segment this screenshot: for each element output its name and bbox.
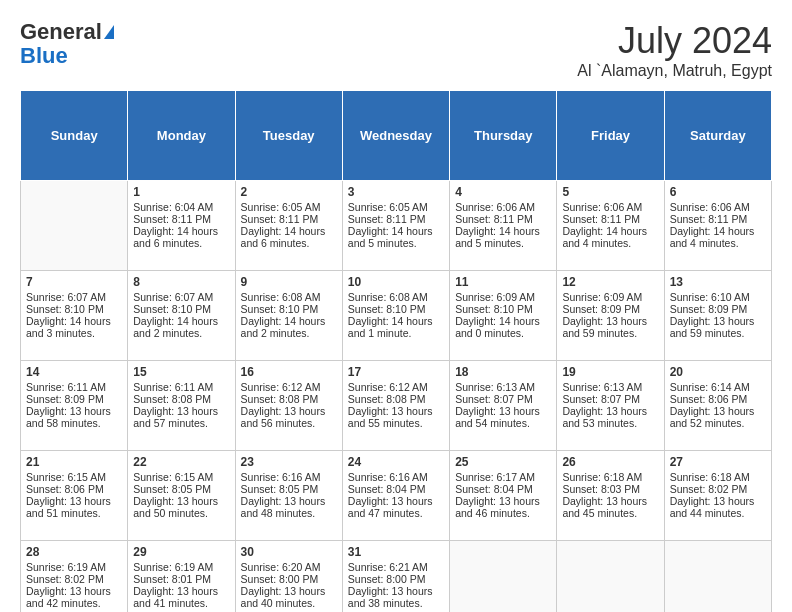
day-number: 16 bbox=[241, 365, 337, 379]
day-info-line: and 59 minutes. bbox=[562, 327, 658, 339]
day-info-line: Sunrise: 6:06 AM bbox=[455, 201, 551, 213]
calendar-body: 1Sunrise: 6:04 AMSunset: 8:11 PMDaylight… bbox=[21, 181, 772, 613]
day-info-line: Daylight: 13 hours bbox=[455, 405, 551, 417]
week-row-2: 7Sunrise: 6:07 AMSunset: 8:10 PMDaylight… bbox=[21, 271, 772, 361]
day-number: 13 bbox=[670, 275, 766, 289]
day-number: 9 bbox=[241, 275, 337, 289]
day-info-line: Sunrise: 6:07 AM bbox=[133, 291, 229, 303]
calendar-cell: 17Sunrise: 6:12 AMSunset: 8:08 PMDayligh… bbox=[342, 361, 449, 451]
day-number: 31 bbox=[348, 545, 444, 559]
day-info-line: Sunset: 8:11 PM bbox=[562, 213, 658, 225]
day-info-line: Daylight: 14 hours bbox=[133, 225, 229, 237]
day-info-line: Sunrise: 6:08 AM bbox=[348, 291, 444, 303]
day-number: 12 bbox=[562, 275, 658, 289]
day-number: 24 bbox=[348, 455, 444, 469]
day-number: 2 bbox=[241, 185, 337, 199]
day-info-line: Sunrise: 6:11 AM bbox=[26, 381, 122, 393]
day-number: 7 bbox=[26, 275, 122, 289]
day-info-line: and 56 minutes. bbox=[241, 417, 337, 429]
day-header-monday: Monday bbox=[128, 91, 235, 181]
day-info-line: Daylight: 14 hours bbox=[562, 225, 658, 237]
week-row-1: 1Sunrise: 6:04 AMSunset: 8:11 PMDaylight… bbox=[21, 181, 772, 271]
logo-blue: Blue bbox=[20, 44, 114, 68]
day-info-line: and 42 minutes. bbox=[26, 597, 122, 609]
day-header-tuesday: Tuesday bbox=[235, 91, 342, 181]
day-info-line: Sunset: 8:11 PM bbox=[241, 213, 337, 225]
day-info-line: Daylight: 13 hours bbox=[241, 495, 337, 507]
logo-general: General bbox=[20, 20, 102, 44]
day-info-line: Sunset: 8:02 PM bbox=[26, 573, 122, 585]
day-info-line: Sunrise: 6:19 AM bbox=[26, 561, 122, 573]
week-row-5: 28Sunrise: 6:19 AMSunset: 8:02 PMDayligh… bbox=[21, 541, 772, 613]
day-number: 25 bbox=[455, 455, 551, 469]
day-number: 8 bbox=[133, 275, 229, 289]
day-number: 26 bbox=[562, 455, 658, 469]
day-info-line: Daylight: 14 hours bbox=[241, 315, 337, 327]
day-info-line: Daylight: 13 hours bbox=[241, 585, 337, 597]
day-info-line: and 46 minutes. bbox=[455, 507, 551, 519]
day-info-line: and 48 minutes. bbox=[241, 507, 337, 519]
day-number: 1 bbox=[133, 185, 229, 199]
day-number: 28 bbox=[26, 545, 122, 559]
calendar-table: SundayMondayTuesdayWednesdayThursdayFrid… bbox=[20, 90, 772, 612]
calendar-cell: 29Sunrise: 6:19 AMSunset: 8:01 PMDayligh… bbox=[128, 541, 235, 613]
day-info-line: and 4 minutes. bbox=[670, 237, 766, 249]
week-row-3: 14Sunrise: 6:11 AMSunset: 8:09 PMDayligh… bbox=[21, 361, 772, 451]
day-info-line: Sunset: 8:01 PM bbox=[133, 573, 229, 585]
day-info-line: and 57 minutes. bbox=[133, 417, 229, 429]
day-info-line: Daylight: 13 hours bbox=[670, 405, 766, 417]
day-info-line: Sunset: 8:10 PM bbox=[348, 303, 444, 315]
day-number: 11 bbox=[455, 275, 551, 289]
day-info-line: Sunrise: 6:05 AM bbox=[241, 201, 337, 213]
day-info-line: Daylight: 13 hours bbox=[26, 585, 122, 597]
day-info-line: Sunset: 8:09 PM bbox=[562, 303, 658, 315]
day-info-line: Daylight: 14 hours bbox=[133, 315, 229, 327]
day-info-line: Sunset: 8:06 PM bbox=[670, 393, 766, 405]
day-info-line: Sunrise: 6:10 AM bbox=[670, 291, 766, 303]
calendar-cell: 16Sunrise: 6:12 AMSunset: 8:08 PMDayligh… bbox=[235, 361, 342, 451]
month-title: July 2024 bbox=[577, 20, 772, 62]
day-info-line: Sunset: 8:05 PM bbox=[133, 483, 229, 495]
day-info-line: and 50 minutes. bbox=[133, 507, 229, 519]
day-info-line: Sunrise: 6:13 AM bbox=[455, 381, 551, 393]
day-info-line: Sunset: 8:08 PM bbox=[348, 393, 444, 405]
day-info-line: Daylight: 13 hours bbox=[133, 405, 229, 417]
day-info-line: and 47 minutes. bbox=[348, 507, 444, 519]
day-info-line: Daylight: 13 hours bbox=[26, 495, 122, 507]
day-info-line: and 44 minutes. bbox=[670, 507, 766, 519]
day-info-line: Sunrise: 6:18 AM bbox=[562, 471, 658, 483]
calendar-cell: 13Sunrise: 6:10 AMSunset: 8:09 PMDayligh… bbox=[664, 271, 771, 361]
calendar-cell: 24Sunrise: 6:16 AMSunset: 8:04 PMDayligh… bbox=[342, 451, 449, 541]
calendar-cell bbox=[450, 541, 557, 613]
calendar-cell: 2Sunrise: 6:05 AMSunset: 8:11 PMDaylight… bbox=[235, 181, 342, 271]
calendar-cell: 5Sunrise: 6:06 AMSunset: 8:11 PMDaylight… bbox=[557, 181, 664, 271]
day-number: 4 bbox=[455, 185, 551, 199]
day-info-line: and 6 minutes. bbox=[241, 237, 337, 249]
calendar-cell: 30Sunrise: 6:20 AMSunset: 8:00 PMDayligh… bbox=[235, 541, 342, 613]
day-info-line: Sunset: 8:10 PM bbox=[241, 303, 337, 315]
day-info-line: Sunset: 8:04 PM bbox=[455, 483, 551, 495]
calendar-cell: 20Sunrise: 6:14 AMSunset: 8:06 PMDayligh… bbox=[664, 361, 771, 451]
day-info-line: Sunrise: 6:17 AM bbox=[455, 471, 551, 483]
day-info-line: Sunrise: 6:09 AM bbox=[562, 291, 658, 303]
day-info-line: Daylight: 13 hours bbox=[562, 315, 658, 327]
day-info-line: Daylight: 14 hours bbox=[670, 225, 766, 237]
day-info-line: and 54 minutes. bbox=[455, 417, 551, 429]
logo-icon bbox=[104, 25, 114, 39]
day-number: 19 bbox=[562, 365, 658, 379]
day-info-line: Sunset: 8:11 PM bbox=[348, 213, 444, 225]
calendar-cell: 12Sunrise: 6:09 AMSunset: 8:09 PMDayligh… bbox=[557, 271, 664, 361]
day-info-line: Sunset: 8:10 PM bbox=[26, 303, 122, 315]
day-info-line: Sunrise: 6:09 AM bbox=[455, 291, 551, 303]
day-info-line: Sunset: 8:03 PM bbox=[562, 483, 658, 495]
day-info-line: Sunset: 8:04 PM bbox=[348, 483, 444, 495]
day-header-thursday: Thursday bbox=[450, 91, 557, 181]
day-info-line: Sunset: 8:05 PM bbox=[241, 483, 337, 495]
day-number: 17 bbox=[348, 365, 444, 379]
day-number: 30 bbox=[241, 545, 337, 559]
title-block: July 2024 Al `Alamayn, Matruh, Egypt bbox=[577, 20, 772, 80]
day-info-line: Daylight: 13 hours bbox=[455, 495, 551, 507]
day-info-line: and 40 minutes. bbox=[241, 597, 337, 609]
day-header-wednesday: Wednesday bbox=[342, 91, 449, 181]
day-info-line: Daylight: 13 hours bbox=[26, 405, 122, 417]
